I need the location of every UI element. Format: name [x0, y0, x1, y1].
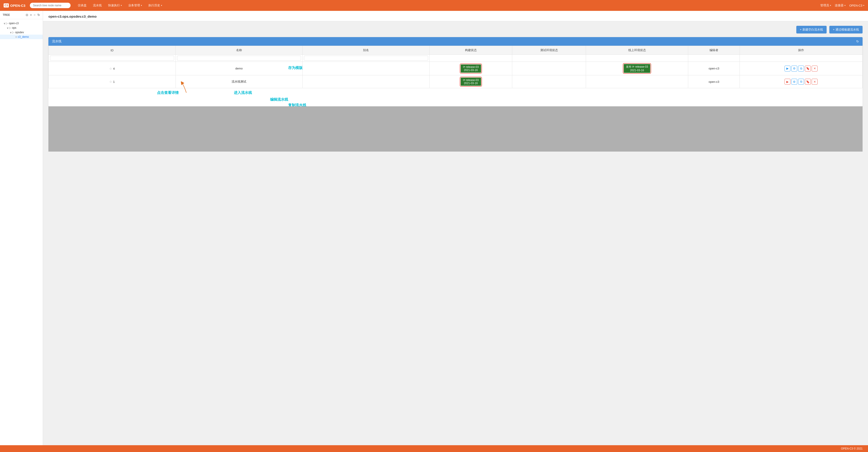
col-actions: 操作 — [740, 46, 863, 55]
app-logo: C3 OPEN-C3 — [4, 3, 25, 7]
minus-icon[interactable]: − — [34, 13, 35, 17]
bookmark-icon-1[interactable]: 🔖 — [805, 66, 811, 71]
cell-name-1: demo — [176, 62, 303, 76]
play-icon-2[interactable]: ▶ — [784, 79, 790, 85]
pipeline-table: ID 名称 别名 构建状态 测试环境状态 线上环境状态 编辑者 操作 — [49, 46, 863, 88]
content-header: open-c3.ops.opsdev.c3_demo — [43, 11, 868, 21]
filter-row — [49, 55, 863, 62]
tree-label-opsdev: opsdev — [15, 31, 24, 34]
sidebar: TREE ⊙ + − ↻ ∨ ▷ open-c3 ∨ ▷ ops — [0, 11, 43, 445]
nav-biz-mgmt[interactable]: 业务管理 ▾ — [126, 2, 145, 9]
filter-name[interactable] — [177, 56, 301, 61]
cell-id-1: ☆ 4 — [49, 62, 176, 76]
tree-node-c3demo[interactable]: ≡ c3_demo — [0, 35, 43, 39]
tree-toggle-ops[interactable]: ∨ — [6, 27, 9, 29]
new-empty-pipeline-button[interactable]: + 新建空白流水线 — [796, 26, 827, 33]
col-name: 名称 — [176, 46, 303, 55]
cell-actions-2: ▶ ⚙ ⧉ 🔖 ✕ — [740, 76, 863, 88]
gray-area — [49, 106, 863, 152]
tree-node-open-c3[interactable]: ∨ ▷ open-c3 — [0, 21, 43, 26]
search-input[interactable] — [30, 3, 70, 8]
annotation-enter-pipeline: 进入流水线 — [234, 90, 252, 95]
folder-icon-ops: ▷ — [9, 26, 11, 29]
cell-prod-2 — [586, 76, 688, 88]
col-alias: 别名 — [303, 46, 430, 55]
col-build-status: 构建状态 — [430, 46, 512, 55]
nav-exec-history[interactable]: 执行历史 ▾ — [146, 2, 165, 9]
tree-label-c3demo: c3_demo — [18, 35, 29, 38]
prod-status-badge-1[interactable]: 发布 ⟳ release-03 2021-03-16 — [624, 64, 650, 73]
delete-icon-1[interactable]: ✕ — [812, 66, 817, 71]
table-wrapper: ID 名称 别名 构建状态 测试环境状态 线上环境状态 编辑者 操作 — [49, 46, 863, 106]
filter-id[interactable] — [50, 56, 174, 61]
col-editor: 编辑者 — [688, 46, 740, 55]
copy-icon-1[interactable]: ⧉ — [798, 66, 804, 71]
settings-icon-2[interactable]: ⚙ — [791, 79, 797, 85]
cell-editor-1: open-c3 — [688, 62, 740, 76]
add-icon[interactable]: + — [30, 13, 32, 17]
main-content: open-c3.ops.opsdev.c3_demo + 新建空白流水线 + 通… — [43, 11, 868, 445]
nav-pipeline[interactable]: 流水线 — [90, 2, 104, 9]
connector-menu[interactable]: 连接器 ▾ — [835, 3, 846, 7]
panel-refresh-icon[interactable]: ↻ — [856, 39, 859, 43]
col-id: ID — [49, 46, 176, 55]
col-prod-env: 线上环境状态 — [586, 46, 688, 55]
cell-name-2: 流水线测试 — [176, 76, 303, 88]
table-row: ☆ 1 流水线测试 ⟳ release-032021-03-16 — [49, 76, 863, 88]
app-header: C3 OPEN-C3 仪表盘 流水线 快速执行 ▾ 业务管理 ▾ 执行历史 ▾ … — [0, 0, 868, 11]
star-icon-2[interactable]: ☆ — [109, 80, 112, 84]
openc3-menu[interactable]: OPEN-C3 ▾ — [849, 4, 864, 7]
annotation-edit-pipeline: 编辑流水线 — [270, 97, 288, 102]
refresh-icon[interactable]: ↻ — [37, 13, 40, 17]
table-row: ☆ 4 demo ⟳ release-032021-03-16 — [49, 62, 863, 76]
action-icons-1: ▶ ⚙ ⧉ 🔖 ✕ — [742, 66, 860, 71]
tree-label-open-c3: open-c3 — [9, 22, 19, 25]
logo-icon: C3 — [4, 3, 9, 7]
play-icon-1[interactable]: ▶ — [784, 66, 790, 71]
tree-toggle-open-c3[interactable]: ∨ — [3, 22, 6, 25]
table-header-row: ID 名称 别名 构建状态 测试环境状态 线上环境状态 编辑者 操作 — [49, 46, 863, 55]
cell-build-2: ⟳ release-032021-03-16 — [430, 76, 512, 88]
lines-icon: ≡ — [16, 35, 17, 38]
sidebar-header: TREE ⊙ + − ↻ — [0, 11, 43, 19]
nav-dashboard[interactable]: 仪表盘 — [75, 2, 89, 9]
cell-prod-1: 发布 ⟳ release-03 2021-03-16 — [586, 62, 688, 76]
sidebar-title: TREE — [3, 13, 10, 17]
nav-quick-exec[interactable]: 快速执行 ▾ — [105, 2, 125, 9]
star-icon-1[interactable]: ☆ — [109, 67, 112, 70]
action-buttons: + 新建空白流水线 + 通过模板建流水线 — [49, 26, 863, 33]
breadcrumb: open-c3.ops.opsdev.c3_demo — [49, 14, 97, 18]
cell-test-2 — [512, 76, 586, 88]
cell-build-1: ⟳ release-032021-03-16 — [430, 62, 512, 76]
bookmark-icon-2[interactable]: 🔖 — [805, 79, 811, 85]
annotation-copy-pipeline: 复制流水线 — [288, 103, 306, 106]
annotation-click-detail: 点击查看详情 — [157, 90, 179, 95]
folder-icon: ▷ — [6, 22, 8, 25]
pipeline-panel: 流水线 ↻ ID 名称 别名 构建状态 — [49, 37, 863, 106]
build-status-badge-1[interactable]: ⟳ release-032021-03-16 — [461, 64, 481, 72]
delete-icon-2[interactable]: ✕ — [812, 79, 817, 85]
panel-header: 流水线 ↻ — [49, 37, 863, 46]
header-right: 管理员 ▾ 连接器 ▾ OPEN-C3 ▾ — [820, 3, 864, 7]
tree-toggle-opsdev[interactable]: ∨ — [9, 31, 12, 34]
cell-alias-1 — [303, 62, 430, 76]
settings-icon-1[interactable]: ⚙ — [791, 66, 797, 71]
location-icon[interactable]: ⊙ — [26, 13, 28, 17]
main-layout: TREE ⊙ + − ↻ ∨ ▷ open-c3 ∨ ▷ ops — [0, 11, 868, 445]
app-footer: OPEN-C3 © 2021 — [0, 445, 868, 452]
new-template-pipeline-button[interactable]: + 通过模板建流水线 — [829, 26, 863, 33]
filter-alias[interactable] — [304, 56, 428, 61]
admin-menu[interactable]: 管理员 ▾ — [820, 3, 831, 7]
tree-node-opsdev[interactable]: ∨ ▷ opsdev — [0, 30, 43, 35]
build-status-badge-2[interactable]: ⟳ release-032021-03-16 — [461, 78, 481, 86]
tree-label-ops: ops — [12, 26, 16, 29]
tree-node-ops[interactable]: ∨ ▷ ops — [0, 26, 43, 30]
app-title: OPEN-C3 — [10, 4, 25, 7]
cell-alias-2 — [303, 76, 430, 88]
panel-title: 流水线 — [52, 39, 62, 43]
copy-icon-2[interactable]: ⧉ — [798, 79, 804, 85]
action-icons-2: ▶ ⚙ ⧉ 🔖 ✕ — [742, 79, 860, 85]
folder-icon-opsdev: ▷ — [12, 31, 14, 34]
cell-editor-2: open-c3 — [688, 76, 740, 88]
content-body: + 新建空白流水线 + 通过模板建流水线 流水线 ↻ ID — [43, 21, 868, 445]
